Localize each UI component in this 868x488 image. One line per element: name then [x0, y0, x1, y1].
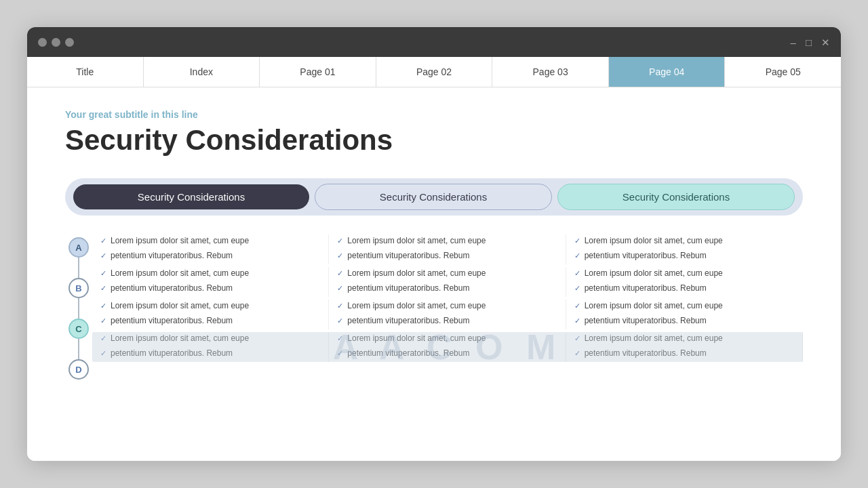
check-a3-2: ✓ petentium vituperatoribus. Rebum: [574, 249, 795, 262]
tab-page01[interactable]: Page 01: [260, 57, 376, 87]
app-window: – □ ✕ Title Index Page 01 Page 02 Page 0…: [27, 27, 841, 461]
check-c3-1: ✓ Lorem ipsum dolor sit amet, cum eupe: [574, 300, 795, 312]
pills-container: Security Considerations Security Conside…: [65, 178, 803, 216]
check-icon: ✓: [574, 283, 580, 294]
row-b-col1: ✓ Lorem ipsum dolor sit amet, cum eupe ✓…: [92, 267, 329, 297]
check-a2-2: ✓ petentium vituperatoribus. Rebum: [337, 249, 557, 262]
page-title: Security Considerations: [65, 124, 803, 157]
label-d-group: D: [68, 359, 89, 400]
traffic-light-close[interactable]: [38, 38, 47, 47]
pill-3[interactable]: Security Considerations: [557, 184, 795, 210]
watermark-overlay: A A C O M: [92, 332, 803, 362]
titlebar: – □ ✕: [27, 27, 841, 57]
tab-page03[interactable]: Page 03: [492, 57, 609, 87]
check-icon: ✓: [337, 250, 343, 262]
row-c-col2: ✓ Lorem ipsum dolor sit amet, cum eupe ✓…: [329, 300, 566, 329]
window-controls: – □ ✕: [791, 37, 830, 47]
restore-button[interactable]: □: [806, 37, 812, 47]
row-c-col1: ✓ Lorem ipsum dolor sit amet, cum eupe ✓…: [92, 300, 329, 329]
check-b3-1: ✓ Lorem ipsum dolor sit amet, cum eupe: [574, 267, 795, 279]
watermark-text: A A C O M: [333, 332, 562, 362]
label-c-group: C: [68, 319, 89, 359]
row-c: ✓ Lorem ipsum dolor sit amet, cum eupe ✓…: [92, 300, 803, 329]
check-icon: ✓: [337, 268, 343, 279]
row-d: ✓ Lorem ipsum dolor sit amet, cum eupe ✓…: [92, 332, 803, 362]
check-b3-2: ✓ petentium vituperatoribus. Rebum: [574, 282, 795, 294]
tab-page04[interactable]: Page 04: [609, 57, 726, 87]
pill-2[interactable]: Security Considerations: [315, 184, 552, 210]
check-icon: ✓: [100, 235, 106, 247]
check-b1-1: ✓ Lorem ipsum dolor sit amet, cum eupe: [100, 267, 320, 279]
label-b-group: B: [68, 278, 89, 319]
check-icon: ✓: [100, 250, 106, 262]
check-a1-2: ✓ petentium vituperatoribus. Rebum: [100, 249, 320, 262]
row-b-col2: ✓ Lorem ipsum dolor sit amet, cum eupe ✓…: [329, 267, 566, 297]
page-content: Your great subtitle in this line Securit…: [27, 87, 841, 461]
row-a-col1: ✓ Lorem ipsum dolor sit amet, cum eupe ✓…: [92, 235, 329, 264]
label-d: D: [68, 359, 89, 380]
page-subtitle: Your great subtitle in this line: [65, 109, 803, 120]
check-icon: ✓: [100, 283, 106, 294]
content-grid: ✓ Lorem ipsum dolor sit amet, cum eupe ✓…: [92, 235, 803, 400]
check-icon: ✓: [574, 315, 580, 327]
row-a: ✓ Lorem ipsum dolor sit amet, cum eupe ✓…: [92, 235, 803, 264]
check-icon: ✓: [100, 268, 106, 279]
label-b: B: [68, 278, 89, 298]
check-icon: ✓: [337, 235, 343, 247]
tab-index[interactable]: Index: [144, 57, 260, 87]
close-button[interactable]: ✕: [821, 37, 830, 47]
tab-page05[interactable]: Page 05: [725, 57, 841, 87]
check-icon: ✓: [100, 300, 106, 312]
check-c2-2: ✓ petentium vituperatoribus. Rebum: [337, 314, 557, 327]
row-c-col3: ✓ Lorem ipsum dolor sit amet, cum eupe ✓…: [566, 300, 803, 329]
check-b1-2: ✓ petentium vituperatoribus. Rebum: [100, 282, 320, 294]
traffic-lights: [38, 38, 74, 47]
check-icon: ✓: [337, 283, 343, 294]
pill-1[interactable]: Security Considerations: [73, 184, 309, 209]
traffic-light-maximize[interactable]: [65, 38, 74, 47]
check-c2-1: ✓ Lorem ipsum dolor sit amet, cum eupe: [337, 300, 557, 312]
check-icon: ✓: [574, 268, 580, 279]
label-a: A: [68, 237, 89, 258]
check-c3-2: ✓ petentium vituperatoribus. Rebum: [574, 314, 795, 327]
check-icon: ✓: [574, 300, 580, 312]
rows-section: A B C D: [65, 235, 803, 400]
check-icon: ✓: [574, 250, 580, 262]
traffic-light-minimize[interactable]: [52, 38, 60, 47]
tab-page02[interactable]: Page 02: [376, 57, 493, 87]
check-b2-2: ✓ petentium vituperatoribus. Rebum: [337, 282, 557, 294]
check-a1-1: ✓ Lorem ipsum dolor sit amet, cum eupe: [100, 235, 320, 247]
check-a2-1: ✓ Lorem ipsum dolor sit amet, cum eupe: [337, 235, 557, 247]
row-b-col3: ✓ Lorem ipsum dolor sit amet, cum eupe ✓…: [566, 267, 803, 297]
check-c1-2: ✓ petentium vituperatoribus. Rebum: [100, 314, 320, 327]
check-icon: ✓: [100, 315, 106, 327]
check-b2-1: ✓ Lorem ipsum dolor sit amet, cum eupe: [337, 267, 557, 279]
check-icon: ✓: [337, 300, 343, 312]
label-a-group: A: [68, 237, 89, 278]
row-b: ✓ Lorem ipsum dolor sit amet, cum eupe ✓…: [92, 267, 803, 297]
row-a-col3: ✓ Lorem ipsum dolor sit amet, cum eupe ✓…: [566, 235, 803, 264]
check-icon: ✓: [574, 235, 580, 247]
check-a3-1: ✓ Lorem ipsum dolor sit amet, cum eupe: [574, 235, 795, 247]
tab-title[interactable]: Title: [27, 57, 144, 87]
label-c: C: [68, 319, 89, 339]
check-icon: ✓: [337, 315, 343, 327]
tab-bar: Title Index Page 01 Page 02 Page 03 Page…: [27, 57, 841, 87]
label-column: A B C D: [65, 235, 92, 400]
row-a-col2: ✓ Lorem ipsum dolor sit amet, cum eupe ✓…: [329, 235, 566, 264]
check-c1-1: ✓ Lorem ipsum dolor sit amet, cum eupe: [100, 300, 320, 312]
minimize-button[interactable]: –: [791, 37, 796, 47]
